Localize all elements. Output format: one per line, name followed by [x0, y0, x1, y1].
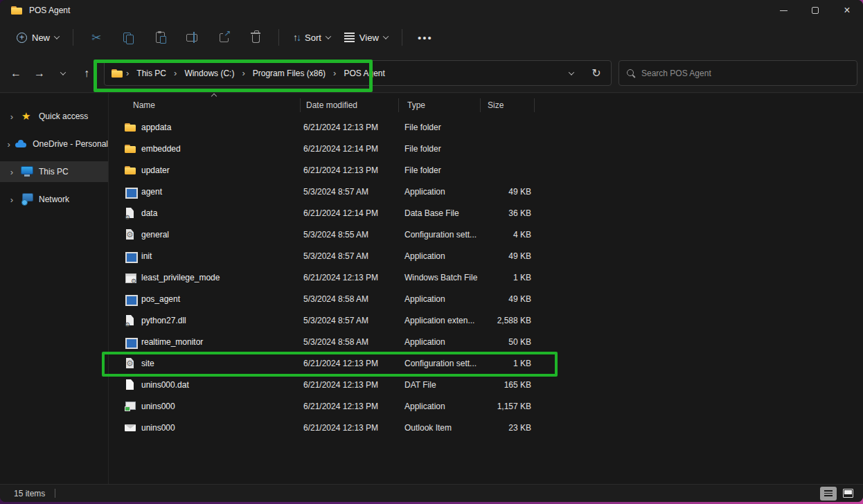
maximize-button[interactable]: [799, 0, 831, 21]
address-bar[interactable]: › This PC › Windows (C:) › Program Files…: [104, 60, 612, 86]
file-row[interactable]: realtime_monitor 5/3/2024 8:58 AM Applic…: [124, 331, 863, 352]
file-row[interactable]: embedded 6/21/2024 12:14 PM File folder: [124, 138, 863, 159]
sidebar-item-label: OneDrive - Personal: [33, 139, 108, 149]
file-name-cell: unins000: [124, 422, 301, 433]
column-header-label: Size: [488, 100, 504, 110]
file-date-modified: 6/21/2024 12:13 PM: [301, 123, 399, 132]
paste-icon: [156, 32, 165, 43]
forward-button[interactable]: →: [28, 62, 51, 84]
copy-button[interactable]: [112, 26, 144, 49]
chevron-down-icon: [60, 69, 66, 75]
file-name: agent: [141, 187, 162, 197]
view-button[interactable]: View: [337, 26, 395, 49]
file-date-modified: 6/21/2024 12:13 PM: [301, 273, 399, 282]
column-header-label: Date modified: [306, 100, 357, 110]
breadcrumb-pos-agent[interactable]: POS Agent: [339, 66, 389, 81]
file-row[interactable]: least_privilege_mode 6/21/2024 12:13 PM …: [124, 267, 863, 288]
file-row[interactable]: init 5/3/2024 8:57 AM Application 49 KB: [124, 245, 863, 267]
thumbnails-view-toggle[interactable]: [839, 487, 856, 501]
column-header-label: Type: [407, 100, 425, 110]
sidebar-item-label: This PC: [39, 167, 69, 177]
file-name-cell: init: [124, 250, 301, 262]
address-dropdown-button[interactable]: [560, 62, 583, 84]
sidebar-item-label: Quick access: [39, 111, 88, 121]
file-row[interactable]: appdata 6/21/2024 12:13 PM File folder: [124, 116, 863, 138]
folder-icon: [111, 68, 123, 79]
sort-button[interactable]: ↑↓ Sort: [286, 26, 337, 49]
breadcrumb-separator-icon: ›: [172, 68, 178, 78]
ellipsis-icon: •••: [418, 32, 433, 44]
file-row[interactable]: data 6/21/2024 12:14 PM Data Base File 3…: [124, 202, 863, 224]
breadcrumb-program-files-x86[interactable]: Program Files (x86): [248, 66, 330, 81]
recent-locations-button[interactable]: [51, 62, 75, 84]
file-row[interactable]: pos_agent 5/3/2024 8:58 AM Application 4…: [124, 288, 863, 309]
expand-chevron-icon[interactable]: ›: [7, 111, 17, 122]
search-box[interactable]: [619, 60, 857, 86]
file-row[interactable]: python27.dll 5/3/2024 8:57 AM Applicatio…: [124, 309, 863, 331]
file-row[interactable]: updater 6/21/2024 12:13 PM File folder: [124, 159, 863, 181]
file-size: 165 KB: [481, 380, 535, 390]
file-row[interactable]: unins000.dat 6/21/2024 12:13 PM DAT File…: [124, 374, 863, 395]
expand-chevron-icon[interactable]: ›: [7, 139, 10, 150]
file-type: Application: [399, 337, 481, 347]
file-date-modified: 6/21/2024 12:13 PM: [301, 423, 399, 433]
sidebar-item-onedrive[interactable]: › OneDrive - Personal: [0, 134, 108, 154]
file-row[interactable]: general 5/3/2024 8:55 AM Configuration s…: [124, 224, 863, 245]
system-file-icon: [124, 314, 136, 326]
file-type: File folder: [399, 144, 481, 154]
column-header-size[interactable]: Size: [481, 98, 535, 112]
content-area: › Quick access › OneDrive - Personal › T…: [0, 93, 863, 484]
status-bar: 15 items: [0, 484, 863, 502]
file-row[interactable]: unins000 6/21/2024 12:13 PM Outlook Item…: [124, 417, 863, 438]
toolbar-divider: [402, 29, 402, 46]
breadcrumb-windows-c[interactable]: Windows (C:): [179, 66, 239, 81]
file-name: least_privilege_mode: [141, 273, 220, 282]
file-explorer-window: POS Agent × + New ✂ ↑↓ Sort View: [0, 0, 863, 502]
minimize-button[interactable]: [767, 0, 799, 21]
file-row[interactable]: agent 5/3/2024 8:57 AM Application 49 KB: [124, 181, 863, 202]
refresh-button[interactable]: ↻: [585, 62, 608, 84]
details-view-icon: [824, 490, 833, 496]
rename-button[interactable]: [176, 26, 208, 49]
file-size: 36 KB: [481, 208, 535, 218]
file-icon: [124, 379, 136, 390]
more-options-button[interactable]: •••: [409, 26, 441, 49]
file-size: 49 KB: [481, 294, 535, 304]
file-row[interactable]: site 6/21/2024 12:13 PM Configuration se…: [124, 352, 863, 374]
file-row[interactable]: unins000 6/21/2024 12:13 PM Application …: [124, 395, 863, 417]
file-date-modified: 6/21/2024 12:13 PM: [301, 380, 399, 390]
file-name-cell: site: [124, 357, 301, 369]
back-button[interactable]: ←: [4, 62, 28, 84]
breadcrumb-this-pc[interactable]: This PC: [132, 66, 171, 81]
search-input[interactable]: [641, 69, 850, 78]
column-header-type[interactable]: Type: [399, 98, 481, 112]
delete-button[interactable]: [240, 26, 272, 49]
sidebar-item-network[interactable]: › Network: [0, 189, 108, 210]
file-name: unins000: [141, 423, 175, 433]
file-name: site: [141, 359, 154, 368]
sort-button-label: Sort: [305, 33, 321, 43]
sidebar-item-quick-access[interactable]: › Quick access: [0, 106, 108, 127]
details-view-toggle[interactable]: [820, 487, 837, 501]
window-controls: ×: [767, 0, 863, 21]
close-button[interactable]: ×: [831, 0, 863, 21]
sidebar-item-this-pc[interactable]: › This PC: [0, 161, 108, 182]
application-icon: [124, 336, 136, 348]
file-name: pos_agent: [141, 294, 180, 304]
up-button[interactable]: ↑: [75, 62, 98, 84]
column-header-date-modified[interactable]: Date modified: [301, 98, 399, 112]
file-type: Application: [399, 187, 481, 197]
file-size: 2,588 KB: [481, 316, 535, 325]
paste-button[interactable]: [144, 26, 176, 49]
expand-chevron-icon[interactable]: ›: [7, 195, 17, 205]
file-name: init: [141, 251, 152, 261]
column-header-name[interactable]: Name: [124, 98, 301, 112]
file-name: realtime_monitor: [141, 337, 203, 347]
cut-button[interactable]: ✂: [80, 26, 112, 49]
share-button[interactable]: [208, 26, 240, 49]
file-size: 1,157 KB: [481, 402, 535, 411]
file-date-modified: 5/3/2024 8:57 AM: [301, 316, 399, 325]
new-button[interactable]: + New: [10, 26, 66, 49]
breadcrumb: › This PC › Windows (C:) › Program Files…: [111, 66, 560, 81]
expand-chevron-icon[interactable]: ›: [7, 167, 17, 177]
